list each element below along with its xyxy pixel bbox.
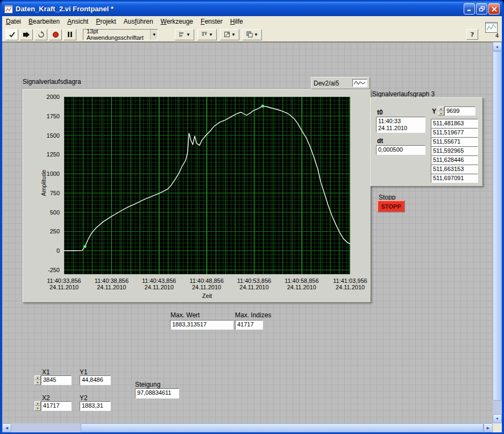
menu-item-projekt[interactable]: Projekt	[92, 16, 119, 27]
toolbar: 13pt Anwendungsschriftart ▼ ▼ ▼ ▼ ▼ ?	[2, 27, 502, 42]
x-tick-date: 24.11.2010	[40, 284, 88, 290]
chevron-down-icon: ▼	[254, 32, 258, 37]
vertical-scroll-thumb[interactable]	[493, 51, 502, 401]
menu-item-text: nsicht	[72, 18, 88, 25]
spinner-up-icon[interactable]: ▲	[34, 375, 41, 380]
close-button[interactable]	[488, 3, 500, 15]
steigung-label: Steigung	[135, 381, 160, 388]
scroll-right-icon[interactable]: ▶	[484, 423, 493, 432]
menu-item-text: W	[161, 18, 167, 25]
menu-item-text: atei	[11, 18, 21, 25]
reorder-dropdown[interactable]: ▼	[243, 29, 262, 40]
font-selector[interactable]: 13pt Anwendungsschriftart ▼	[83, 29, 158, 40]
spinner-up-icon[interactable]: ▲	[34, 401, 41, 406]
spinner-up-icon[interactable]: ▲	[438, 106, 444, 111]
menu-item-datei[interactable]: Datei	[2, 16, 25, 27]
vi-document-icon	[4, 5, 13, 13]
y-tick-label: 250	[50, 228, 60, 234]
dt-label: dt	[377, 137, 383, 145]
menu-item-werkzeuge[interactable]: Werkzeuge	[157, 16, 197, 27]
front-panel: Signalverlaufsdiagra Dev2/ai5 Amplitude …	[2, 42, 493, 423]
scroll-left-icon[interactable]: ◀	[2, 423, 11, 432]
x-tick-label: 11:40:53,85624.11.2010	[230, 278, 278, 290]
menu-item-ansicht[interactable]: Ansicht	[63, 16, 92, 27]
y-value-cell: 511,663153	[431, 165, 478, 174]
horizontal-scrollbar[interactable]: ◀ ▶	[2, 423, 493, 432]
y2-label: Y2	[80, 394, 88, 402]
x2-value[interactable]: 41717	[41, 401, 72, 411]
minimize-button[interactable]	[464, 3, 475, 15]
stop-button[interactable]: STOPP	[377, 200, 405, 212]
y-tick-label: 1750	[47, 113, 60, 119]
plot-legend-label: Dev2/ai5	[314, 80, 339, 87]
check-button[interactable]	[5, 29, 18, 40]
waveform-icon[interactable]	[352, 79, 367, 87]
menu-item-text: A	[67, 18, 72, 25]
x-tick-label: 11:41:03,95624.11.2010	[326, 278, 374, 290]
cursor-marker[interactable]	[83, 245, 86, 248]
menu-item-ausfhren[interactable]: Ausführen	[120, 16, 157, 27]
pause-button[interactable]	[63, 29, 76, 40]
spinner-down-icon[interactable]: ▼	[34, 380, 41, 385]
menu-item-hilfe[interactable]: Hilfe	[226, 16, 247, 27]
abort-button[interactable]	[49, 29, 62, 40]
graph-info-panel: t0 11:40:33 24.11.2010 dt 0,000500 Y ▲▼ …	[370, 97, 483, 187]
help-button[interactable]: ?	[466, 29, 478, 40]
resize-objects-dropdown[interactable]: ▼	[220, 29, 239, 40]
align-objects-dropdown[interactable]: ▼	[175, 29, 194, 40]
max-wert-value: 1883,313517	[170, 320, 233, 330]
x1-label: X1	[42, 368, 50, 376]
cursor-marker[interactable]	[261, 105, 264, 108]
vi-icon[interactable]	[485, 22, 498, 33]
y-tick-labels: 200017501500125010007505002500-250	[36, 90, 62, 283]
distribute-objects-dropdown[interactable]: ▼	[197, 29, 217, 40]
scroll-up-icon[interactable]: ▲	[493, 42, 502, 51]
spinner-down-icon[interactable]: ▼	[438, 111, 444, 116]
dt-value: 0,000500	[376, 145, 425, 155]
menu-bar: DateiBearbeitenAnsichtProjektAusführenWe…	[2, 16, 502, 27]
x-tick-time: 11:40:58,856	[278, 278, 326, 284]
restore-button[interactable]	[476, 3, 487, 15]
window-controls	[464, 3, 500, 15]
x-tick-time: 11:41:03,956	[326, 278, 374, 284]
x-tick-date: 24.11.2010	[278, 284, 326, 290]
x1-spinner[interactable]: ▲▼	[34, 375, 41, 385]
y-index-spinner[interactable]: ▲▼	[438, 106, 444, 116]
y-tick-label: 1500	[47, 132, 60, 139]
spinner-down-icon[interactable]: ▼	[34, 406, 41, 411]
x-tick-label: 11:40:43,85624.11.2010	[135, 278, 183, 290]
y-tick-label: -250	[48, 267, 60, 273]
menu-item-fenster[interactable]: Fenster	[197, 16, 226, 27]
x-tick-date: 24.11.2010	[135, 284, 183, 290]
y-tick-label: 1000	[47, 170, 60, 177]
run-continuous-button[interactable]	[34, 29, 47, 40]
max-indizes-label: Max. Indizes	[235, 311, 271, 319]
layout-tools: ▼ ▼ ▼ ▼	[175, 29, 262, 40]
y-index-value[interactable]: 9699	[444, 106, 475, 116]
title-bar[interactable]: Daten_Kraft_2.vi Frontpanel *	[2, 2, 502, 16]
y-values-list: 511,481863511,519677511,55671511,5929655…	[431, 119, 478, 183]
horizontal-scroll-thumb[interactable]	[81, 423, 484, 432]
x-tick-time: 11:40:38,856	[87, 278, 136, 284]
x-tick-label: 11:40:58,85624.11.2010	[278, 278, 326, 290]
x1-value[interactable]: 3845	[41, 375, 72, 385]
t0-label: t0	[377, 109, 383, 116]
t0-value: 11:40:33 24.11.2010	[376, 117, 425, 133]
max-indizes-value: 41717	[235, 320, 263, 330]
run-button[interactable]	[20, 29, 33, 40]
x2-spinner[interactable]: ▲▼	[34, 401, 41, 411]
y-tick-label: 2000	[47, 94, 60, 100]
waveform-chart: Amplitude 200017501500125010007505002500…	[23, 89, 371, 303]
max-wert-label: Max. Wert	[171, 311, 200, 319]
plot-legend[interactable]: Dev2/ai5	[311, 77, 370, 89]
font-selector-label: 13pt Anwendungsschriftart	[87, 28, 150, 41]
menu-item-bearbeiten[interactable]: Bearbeiten	[25, 16, 63, 27]
x-tick-date: 24.11.2010	[326, 284, 374, 290]
x-tick-time: 11:40:53,856	[230, 278, 278, 284]
y-tick-label: 750	[50, 190, 60, 196]
waveform-plot[interactable]	[64, 97, 350, 274]
x-tick-date: 24.11.2010	[87, 284, 136, 290]
vertical-scrollbar[interactable]: ▲ ▼	[493, 42, 502, 423]
x-tick-time: 11:40:48,856	[182, 278, 231, 284]
scroll-down-icon[interactable]: ▼	[493, 414, 502, 423]
